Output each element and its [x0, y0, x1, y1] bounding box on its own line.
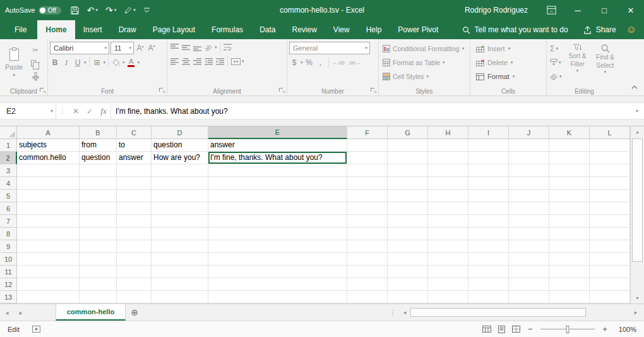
scroll-up-button[interactable]: ▴	[631, 126, 644, 137]
cell-K13[interactable]	[549, 291, 590, 303]
cell-F6[interactable]	[347, 202, 388, 215]
cell-E3[interactable]	[208, 164, 347, 177]
cell-H5[interactable]	[428, 190, 468, 202]
clipboard-dialog-launcher[interactable]: ↘	[39, 87, 46, 94]
tab-file[interactable]: File	[4, 20, 37, 39]
tab-insert[interactable]: Insert	[75, 20, 110, 39]
underline-button[interactable]: U	[73, 57, 83, 68]
cell-A2[interactable]: common.hello	[17, 152, 80, 164]
cell-G7[interactable]	[388, 215, 428, 228]
format-as-table-button[interactable]: Format as Table ▾	[381, 56, 468, 70]
close-button[interactable]: ✕	[617, 0, 644, 20]
cell-G6[interactable]	[388, 202, 428, 215]
insert-function-button[interactable]: fx	[97, 103, 110, 119]
new-sheet-button[interactable]: ⊕	[126, 304, 143, 321]
cell-L13[interactable]	[590, 291, 630, 303]
cell-I13[interactable]	[468, 291, 509, 303]
cell-F10[interactable]	[347, 253, 388, 266]
cell-A8[interactable]	[17, 228, 80, 240]
tab-page-layout[interactable]: Page Layout	[145, 20, 203, 39]
next-sheet-button[interactable]: ▸	[14, 304, 28, 321]
clear-dropdown-icon[interactable]: ▾	[559, 74, 562, 79]
vertical-scroll-track[interactable]	[631, 137, 644, 293]
cell-J3[interactable]	[509, 164, 549, 177]
column-header-C[interactable]: C	[117, 126, 152, 139]
tab-data[interactable]: Data	[251, 20, 283, 39]
cell-H13[interactable]	[428, 291, 468, 303]
zoom-slider[interactable]	[540, 325, 595, 334]
row-header-4[interactable]: 4	[0, 177, 17, 190]
cell-H9[interactable]	[428, 240, 468, 253]
cell-E6[interactable]	[208, 202, 347, 215]
cell-H11[interactable]	[428, 266, 468, 278]
cell-D11[interactable]	[152, 266, 208, 278]
cell-E5[interactable]	[208, 190, 347, 202]
cell-J10[interactable]	[509, 253, 549, 266]
column-header-F[interactable]: F	[347, 126, 388, 139]
cell-G8[interactable]	[388, 228, 428, 240]
cell-I10[interactable]	[468, 253, 509, 266]
maximize-button[interactable]: □	[591, 0, 617, 20]
cell-L9[interactable]	[590, 240, 630, 253]
cell-H10[interactable]	[428, 253, 468, 266]
row-header-13[interactable]: 13	[0, 291, 17, 303]
bottom-align-button[interactable]	[192, 42, 202, 53]
scroll-left-button[interactable]: ◂	[399, 309, 410, 316]
cell-F12[interactable]	[347, 278, 388, 291]
autosave-toggle[interactable]: AutoSave Off	[5, 6, 61, 15]
cell-D1[interactable]: question	[152, 139, 208, 152]
cell-H3[interactable]	[428, 164, 468, 177]
row-header-9[interactable]: 9	[0, 240, 17, 253]
share-button[interactable]: Share	[576, 20, 624, 39]
tab-formulas[interactable]: Formulas	[203, 20, 251, 39]
cell-L3[interactable]	[590, 164, 630, 177]
tell-me-search[interactable]: Tell me what you want to do	[455, 20, 576, 39]
cell-I5[interactable]	[468, 190, 509, 202]
cell-G1[interactable]	[388, 139, 428, 152]
italic-button[interactable]: I	[61, 57, 71, 68]
cell-D13[interactable]	[152, 291, 208, 303]
cell-K9[interactable]	[549, 240, 590, 253]
cell-J8[interactable]	[509, 228, 549, 240]
fill-color-button[interactable]	[111, 57, 121, 68]
borders-dropdown-icon[interactable]: ▾	[104, 60, 106, 65]
tab-home[interactable]: Home	[37, 20, 75, 39]
cell-L6[interactable]	[590, 202, 630, 215]
save-button[interactable]	[66, 0, 83, 20]
cell-B13[interactable]	[80, 291, 117, 303]
cell-F2[interactable]	[347, 152, 388, 164]
font-dialog-launcher[interactable]: ↘	[158, 87, 165, 94]
column-header-I[interactable]: I	[468, 126, 509, 139]
zoom-thumb[interactable]	[566, 326, 569, 333]
percent-style-button[interactable]: %	[304, 57, 314, 68]
cell-E9[interactable]	[208, 240, 347, 253]
name-box-dropdown-icon[interactable]: ▾	[51, 108, 53, 114]
cell-J7[interactable]	[509, 215, 549, 228]
cell-J9[interactable]	[509, 240, 549, 253]
cell-B2[interactable]: question	[80, 152, 117, 164]
formula-bar-expand-icon[interactable]: ▾	[630, 108, 644, 114]
zoom-out-button[interactable]: −	[527, 324, 534, 334]
sort-filter-dropdown-icon[interactable]: ▾	[576, 68, 579, 73]
decrease-decimal-button[interactable]: .00→	[347, 60, 362, 66]
ribbon-display-options-button[interactable]	[538, 0, 564, 20]
fill-color-dropdown-icon[interactable]: ▾	[122, 60, 125, 65]
row-header-10[interactable]: 10	[0, 253, 17, 266]
previous-sheet-button[interactable]: ◂	[0, 304, 14, 321]
cell-A6[interactable]	[17, 202, 80, 215]
horizontal-scroll-track[interactable]	[410, 307, 630, 317]
tab-view[interactable]: View	[325, 20, 358, 39]
cell-D7[interactable]	[152, 215, 208, 228]
cell-B3[interactable]	[80, 164, 117, 177]
number-format-combo[interactable]: General▾	[289, 42, 370, 54]
zoom-percentage[interactable]: 100%	[615, 326, 636, 333]
paste-dropdown-icon[interactable]: ▾	[13, 73, 15, 78]
cancel-button[interactable]: ✕	[69, 103, 83, 119]
cell-E11[interactable]	[208, 266, 347, 278]
cell-A10[interactable]	[17, 253, 80, 266]
font-color-button[interactable]: A	[126, 57, 136, 68]
cell-H8[interactable]	[428, 228, 468, 240]
page-break-preview-button[interactable]	[512, 326, 520, 333]
borders-button[interactable]: ⊞	[92, 57, 102, 68]
cell-J12[interactable]	[509, 278, 549, 291]
